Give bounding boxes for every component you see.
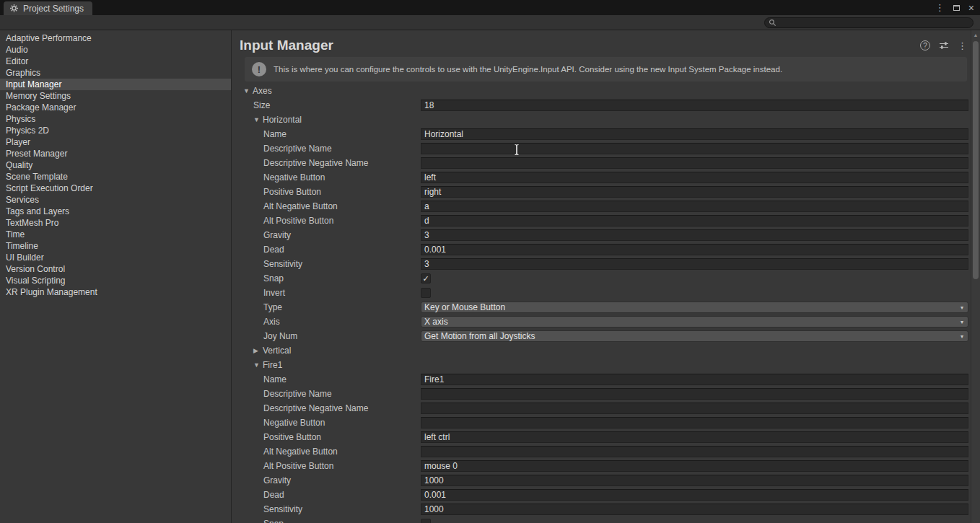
tab-title: Project Settings <box>23 4 84 14</box>
text-field-gravity[interactable]: 3 <box>421 229 968 241</box>
sidebar-item-package-manager[interactable]: Package Manager <box>0 102 231 113</box>
text-field-alt-negative-button[interactable] <box>421 446 968 457</box>
foldout-closed-icon[interactable]: ▶ <box>253 347 263 354</box>
setting-label-cell: Axis <box>232 317 421 327</box>
setting-label: Invert <box>263 288 285 298</box>
text-field-gravity[interactable]: 1000 <box>421 475 968 486</box>
setting-row-alt-positive-button: Alt Positive Buttond <box>232 214 980 228</box>
setting-row-descriptive-negative-name: Descriptive Negative Name <box>232 156 980 170</box>
checkbox-invert[interactable] <box>421 288 431 298</box>
text-field-negative-button[interactable] <box>421 417 968 428</box>
search-input[interactable] <box>764 17 974 28</box>
text-field-alt-positive-button[interactable]: d <box>421 215 968 227</box>
sidebar-item-audio[interactable]: Audio <box>0 44 231 56</box>
foldout-open-icon[interactable]: ▼ <box>253 116 263 123</box>
setting-label-cell: Positive Button <box>232 432 421 442</box>
setting-label: Descriptive Name <box>263 144 332 154</box>
text-field-descriptive-negative-name[interactable] <box>421 403 968 414</box>
sidebar-item-preset-manager[interactable]: Preset Manager <box>0 148 231 159</box>
setting-label: Alt Positive Button <box>263 461 333 471</box>
setting-row-negative-button: Negative Buttonleft <box>232 170 980 185</box>
sidebar-item-services[interactable]: Services <box>0 194 231 206</box>
more-icon[interactable]: ⋮ <box>958 40 967 51</box>
sidebar-item-physics-2d[interactable]: Physics 2D <box>0 125 231 136</box>
sidebar-item-quality[interactable]: Quality <box>0 159 231 171</box>
scroll-up-icon[interactable]: ▲ <box>971 32 980 38</box>
setting-row-vertical: ▶Vertical <box>232 343 980 358</box>
help-icon[interactable]: ? <box>920 40 930 50</box>
sidebar-item-scene-template[interactable]: Scene Template <box>0 171 231 183</box>
sidebar-item-graphics[interactable]: Graphics <box>0 67 231 79</box>
text-field-positive-button[interactable]: right <box>421 186 968 198</box>
text-field-dead[interactable]: 0.001 <box>421 489 968 501</box>
field-cell <box>421 388 968 400</box>
setting-label-cell: Sensitivity <box>232 504 421 514</box>
setting-row-name: NameFire1 <box>232 372 980 387</box>
text-field-descriptive-name[interactable] <box>421 143 968 154</box>
text-field-positive-button[interactable]: left ctrl <box>421 431 968 443</box>
text-field-sensitivity[interactable]: 3 <box>421 258 968 270</box>
sidebar-item-player[interactable]: Player <box>0 136 231 148</box>
setting-label: Snap <box>263 273 284 284</box>
dropdown-axis[interactable]: X axis▾ <box>421 316 968 328</box>
text-field-alt-positive-button[interactable]: mouse 0 <box>421 460 968 472</box>
sidebar-item-physics[interactable]: Physics <box>0 113 231 125</box>
field-cell: X axis▾ <box>421 316 968 328</box>
field-cell <box>421 157 968 169</box>
setting-label[interactable]: Axes <box>253 86 272 96</box>
sidebar-item-input-manager[interactable]: Input Manager <box>0 79 231 90</box>
setting-label[interactable]: Horizontal <box>263 115 302 125</box>
sidebar-item-xr-plugin-management[interactable]: XR Plugin Management <box>0 286 231 298</box>
foldout-open-icon[interactable]: ▼ <box>243 87 253 95</box>
setting-label-cell: ▼Axes <box>232 86 421 96</box>
sidebar-item-editor[interactable]: Editor <box>0 56 231 67</box>
window-more-icon[interactable]: ⋮ <box>935 2 945 13</box>
tab-project-settings[interactable]: Project Settings <box>4 1 92 15</box>
text-field-descriptive-negative-name[interactable] <box>421 157 968 169</box>
sidebar-item-timeline[interactable]: Timeline <box>0 240 231 252</box>
text-field-sensitivity[interactable]: 1000 <box>421 504 968 515</box>
dropdown-joy-num[interactable]: Get Motion from all Joysticks▾ <box>421 330 968 342</box>
text-field-name[interactable]: Horizontal <box>421 128 968 140</box>
setting-row-descriptive-name: Descriptive Name <box>232 141 980 156</box>
sidebar-item-adaptive-performance[interactable]: Adaptive Performance <box>0 32 231 44</box>
dropdown-type[interactable]: Key or Mouse Button▾ <box>421 302 968 313</box>
sidebar-item-memory-settings[interactable]: Memory Settings <box>0 90 231 102</box>
field-cell: ✓ <box>421 273 968 284</box>
header-icons: ? ⋮ <box>920 40 967 51</box>
sidebar-item-ui-builder[interactable]: UI Builder <box>0 252 231 263</box>
field-cell: 0.001 <box>421 489 968 501</box>
preset-icon[interactable] <box>939 41 949 50</box>
sidebar-item-script-execution-order[interactable]: Script Execution Order <box>0 183 231 194</box>
setting-row-invert: Invert <box>232 286 980 300</box>
scrollbar-thumb[interactable] <box>973 41 979 279</box>
setting-label[interactable]: Vertical <box>263 346 291 356</box>
foldout-open-icon[interactable]: ▼ <box>253 361 263 369</box>
checkbox-snap[interactable]: ✓ <box>421 273 431 284</box>
sidebar-item-version-control[interactable]: Version Control <box>0 263 231 275</box>
setting-label[interactable]: Fire1 <box>263 360 282 370</box>
window-close-icon[interactable]: × <box>968 3 974 13</box>
text-field-descriptive-name[interactable] <box>421 388 968 400</box>
text-field-alt-negative-button[interactable]: a <box>421 201 968 212</box>
setting-label-cell: Alt Negative Button <box>232 447 421 457</box>
window-maximize-icon[interactable] <box>953 5 960 11</box>
text-field-name[interactable]: Fire1 <box>421 374 968 385</box>
setting-label: Alt Negative Button <box>263 447 338 457</box>
chevron-down-icon: ▾ <box>961 319 963 325</box>
text-field-negative-button[interactable]: left <box>421 172 968 183</box>
sidebar: Adaptive PerformanceAudioEditorGraphicsI… <box>0 30 232 523</box>
checkbox-snap[interactable] <box>421 519 431 523</box>
text-field-dead[interactable]: 0.001 <box>421 244 968 255</box>
main-header: Input Manager ? ⋮ <box>232 30 980 56</box>
setting-label-cell: Descriptive Name <box>232 389 421 399</box>
setting-label-cell: Alt Positive Button <box>232 461 421 471</box>
sidebar-item-tags-and-layers[interactable]: Tags and Layers <box>0 206 231 217</box>
sidebar-item-time[interactable]: Time <box>0 229 231 240</box>
sidebar-item-visual-scripting[interactable]: Visual Scripting <box>0 275 231 286</box>
setting-label: Positive Button <box>263 432 321 442</box>
sidebar-item-textmesh-pro[interactable]: TextMesh Pro <box>0 217 231 229</box>
setting-label-cell: Gravity <box>232 475 421 485</box>
text-field-size[interactable]: 18 <box>421 100 968 111</box>
vertical-scrollbar[interactable]: ▲ <box>971 30 980 523</box>
